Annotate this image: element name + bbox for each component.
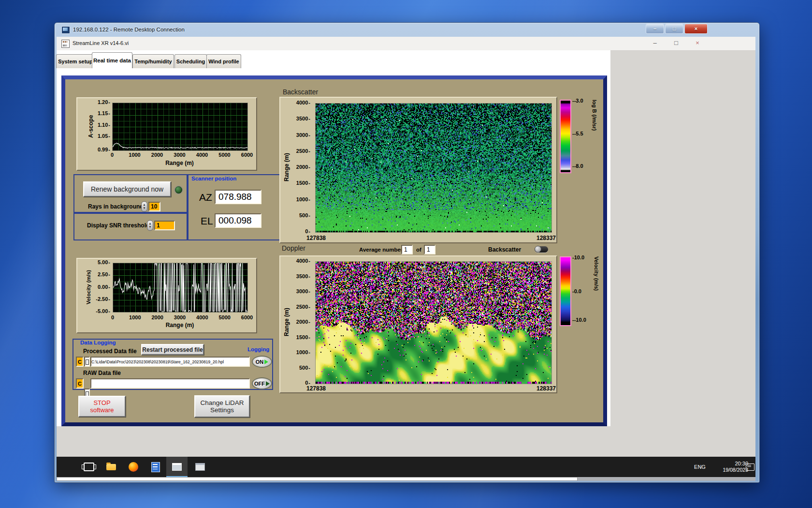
backscatter-title: Backscatter	[283, 88, 318, 96]
clock-date: 19/08/2023	[711, 467, 748, 473]
x-tick-label: 6000	[241, 152, 253, 158]
processed-drive-selector[interactable]: C	[76, 357, 84, 367]
y-tick-label: 4000	[296, 100, 310, 105]
velocity-y-axis: 5.002.500.00-2.50-5.00	[90, 263, 111, 312]
data-logging-title: Data Logging	[80, 340, 116, 345]
tab-wind-profile[interactable]: Wind profile	[206, 54, 241, 68]
backscatter-colorbar-unit: log B (/m/sr)	[592, 100, 597, 171]
y-tick-label: 0	[305, 228, 310, 234]
processed-path-browse-icon[interactable]	[84, 357, 90, 367]
language-indicator[interactable]: ENG	[689, 457, 710, 477]
raw-logging-off-button[interactable]: OFF	[252, 377, 272, 389]
firefox-button[interactable]	[123, 457, 144, 477]
raw-path-field[interactable]	[90, 378, 250, 388]
file-explorer-button[interactable]	[101, 457, 122, 477]
rays-spinner[interactable]: ▲▼	[141, 201, 147, 212]
x-tick-label: 3000	[174, 152, 185, 158]
raw-drive-selector[interactable]: C	[76, 378, 84, 388]
app-close-button[interactable]: ×	[691, 39, 704, 47]
off-led-arrow-icon	[266, 381, 270, 386]
notification-icon	[746, 463, 754, 471]
doppler-y-axis: 40003500300025002000150010005000	[290, 261, 311, 383]
x-tick-label: 2000	[151, 314, 163, 320]
scan-scheduler-icon	[195, 463, 205, 471]
y-tick-label: 2000	[296, 164, 310, 170]
y-tick-label: 3000	[296, 288, 310, 294]
x-tick-label: 4000	[196, 314, 208, 320]
backscatter-range-label: Range (m)	[283, 103, 290, 232]
app-maximize-button[interactable]: □	[669, 39, 683, 47]
y-tick-label: 0.00	[98, 284, 110, 290]
snr-spinner[interactable]: ▲▼	[147, 220, 153, 231]
average-number-label: Average number	[359, 247, 403, 253]
backscatter-x-end: 128337	[536, 235, 556, 241]
y-tick-label: 1500	[296, 180, 310, 186]
backscatter-y-axis: 40003500300025002000150010005000	[290, 103, 311, 232]
app-minimize-button[interactable]: –	[648, 39, 662, 47]
az-value-field[interactable]: 078.988	[215, 190, 261, 204]
rdp-minimize-button[interactable]: –	[646, 24, 664, 34]
scanner-position-title: Scanner position	[191, 176, 236, 181]
stop-button-line1: STOP	[93, 399, 110, 406]
backscatter-colorbar-ticks: -3.0-5.5-8.0	[572, 100, 590, 171]
of-label: of	[416, 247, 421, 253]
stop-software-button[interactable]: STOP software	[78, 396, 126, 417]
x-tick-label: 0	[111, 152, 114, 158]
data-app-button[interactable]	[145, 457, 166, 477]
renew-background-led	[174, 185, 183, 194]
rdp-scrollbar-thumb[interactable]	[57, 477, 578, 481]
x-tick-label: 2000	[151, 152, 163, 158]
renew-background-button[interactable]: Renew background now	[83, 181, 171, 197]
taskbar-clock[interactable]: 20:30 19/08/2023	[711, 461, 748, 473]
rdp-close-button[interactable]: ×	[684, 24, 708, 34]
tab-temp-humidity[interactable]: Temp/humidity	[132, 54, 174, 68]
raw-data-file-label: RAW Data file	[83, 370, 121, 376]
a-scope-x-label: Range (m)	[112, 160, 247, 166]
backscatter-toggle-switch[interactable]	[535, 246, 548, 253]
notification-center-button[interactable]	[743, 457, 757, 477]
backscatter-colorbar	[560, 100, 571, 173]
x-tick-label: 5000	[218, 152, 230, 158]
app-window-title: StreamLine XR v14-6.vi	[72, 40, 129, 46]
rdp-maximize-button[interactable]: □	[665, 24, 683, 34]
scan-scheduler-button[interactable]	[189, 457, 211, 477]
settings-button-line2: Settings	[210, 406, 234, 414]
x-tick-label: 5000	[218, 314, 230, 320]
average-number-field[interactable]: 1	[401, 245, 413, 254]
tab-real-time-data[interactable]: Real time data	[92, 52, 132, 68]
colorbar-tick-label: -8.0	[572, 163, 583, 169]
tab-system-setup[interactable]: System setup	[56, 54, 95, 68]
tab-scheduling[interactable]: Scheduling	[174, 54, 207, 68]
y-tick-label: 0.99	[98, 147, 110, 152]
processed-logging-on-button[interactable]: ON	[252, 356, 272, 368]
el-value-field[interactable]: 000.098	[215, 213, 261, 228]
y-tick-label: 1000	[296, 196, 310, 202]
language-label: ENG	[694, 464, 706, 470]
rays-in-background-label: Rays in background	[88, 203, 144, 210]
processed-data-file-label: Processed Data file	[83, 348, 137, 355]
snr-value-field[interactable]: 1	[154, 221, 175, 230]
doppler-colorbar	[560, 256, 571, 326]
on-label: ON	[256, 359, 264, 365]
streamline-taskbar-button[interactable]	[166, 457, 188, 477]
y-tick-label: 4000	[296, 258, 310, 264]
rays-value-field[interactable]: 10	[148, 202, 160, 211]
doppler-range-label: Range (m)	[283, 261, 290, 383]
desktop: 192.168.0.122 - Remote Desktop Connectio…	[0, 0, 812, 508]
y-tick-label: 2000	[296, 319, 310, 325]
x-tick-label: 1000	[129, 314, 141, 320]
a-scope-x-axis: 0100020003000400050006000	[112, 152, 247, 159]
clock-time: 20:30	[711, 461, 748, 467]
backscatter-plot	[315, 103, 552, 233]
restart-processed-file-button[interactable]: Restart processed file	[141, 344, 204, 355]
doppler-x-start: 127838	[306, 385, 326, 392]
colorbar-tick-label: -10.0	[572, 317, 586, 323]
average-total-field[interactable]: 1	[424, 245, 435, 254]
labview-vi-icon	[61, 40, 70, 48]
x-tick-label: 0	[111, 314, 114, 320]
task-view-button[interactable]	[78, 457, 100, 477]
processed-path-field[interactable]: C:\Lidar\Data\Proc\2023\202308\20230819\…	[90, 357, 250, 367]
az-label: AZ	[199, 192, 212, 203]
y-tick-label: 1.20	[98, 99, 110, 105]
change-lidar-settings-button[interactable]: Change LiDAR Settings	[194, 395, 250, 418]
